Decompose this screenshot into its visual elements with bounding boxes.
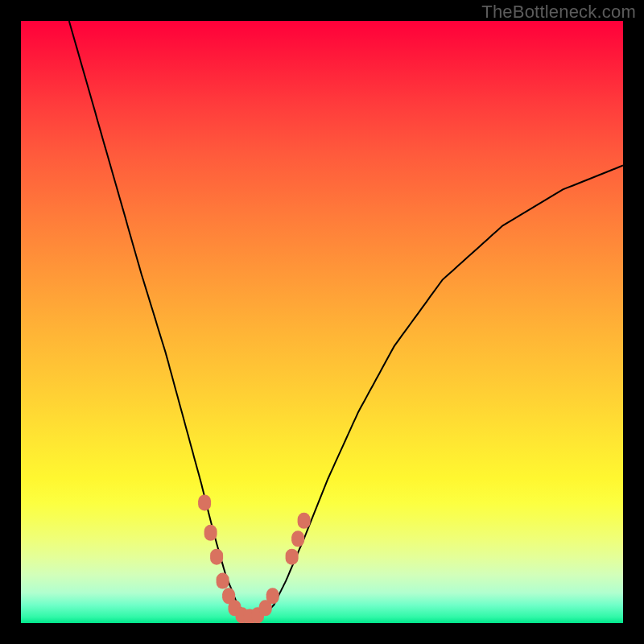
watermark-text: TheBottleneck.com — [481, 2, 636, 23]
curve-marker — [204, 525, 217, 541]
curve-marker — [198, 494, 211, 510]
curve-marker — [210, 549, 223, 565]
marker-group — [198, 494, 311, 623]
curve-marker — [251, 607, 264, 623]
curve-marker — [222, 588, 235, 604]
chart-frame — [21, 21, 623, 623]
chart-svg — [21, 21, 623, 623]
curve-marker — [243, 609, 256, 624]
curve-marker — [229, 600, 242, 616]
curve-marker — [291, 530, 304, 547]
curve-marker — [286, 549, 299, 565]
curve-marker — [259, 600, 272, 616]
curve-marker — [298, 513, 311, 529]
curve-marker — [266, 588, 279, 604]
bottleneck-curve — [69, 21, 623, 617]
curve-marker — [217, 573, 229, 589]
curve-marker — [236, 607, 249, 623]
